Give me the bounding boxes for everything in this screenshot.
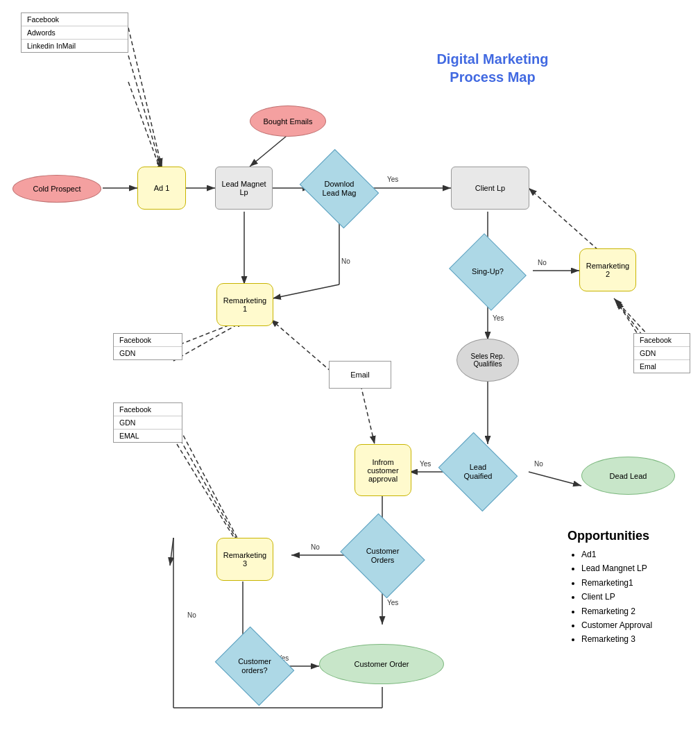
- yes-label1: Yes: [387, 176, 398, 183]
- page-title: Digital Marketing Process Map: [423, 50, 562, 86]
- list-item-linkedin: Linkedin InMail: [22, 40, 128, 52]
- svg-line-25: [128, 28, 162, 167]
- list-item-fb1: Facebook: [114, 334, 182, 347]
- no-label2: No: [538, 259, 547, 266]
- list-item-gdn2: GDN: [114, 416, 182, 430]
- no-label1: No: [341, 257, 350, 265]
- list-item-emal-r: Emal: [634, 360, 690, 373]
- remarketing3-box: Remarketing 3: [216, 538, 273, 581]
- yes-label4: Yes: [387, 599, 398, 606]
- list-item-emal2: EMAL: [114, 430, 182, 442]
- list-item-adwords: Adwords: [22, 26, 128, 40]
- infrom-customer-box: Infrom customer approval: [355, 444, 411, 496]
- lead-magnet-lp-box: Lead Magnet Lp: [215, 167, 273, 210]
- cold-prospect-oval: Cold Prospect: [12, 175, 101, 203]
- download-lead-mag-diamond: Downlod Lead Mag: [308, 164, 370, 214]
- opp-item-1: Ad1: [581, 548, 696, 561]
- facebook-gdn-emal-group2: Facebook GDN EMAL: [113, 402, 182, 443]
- svg-line-13: [529, 472, 581, 486]
- remarketing1-box: Remarketing 1: [216, 283, 273, 326]
- yes-label2: Yes: [493, 314, 504, 322]
- remarketing2-box: Remarketing 2: [579, 248, 636, 291]
- opp-item-4: Client LP: [581, 590, 696, 604]
- client-lp-box: Client Lp: [451, 167, 529, 210]
- no-label5: No: [187, 611, 196, 619]
- svg-line-22: [170, 538, 173, 566]
- svg-line-28: [361, 385, 375, 444]
- seles-rep-oval: Seles Rep. Qualifiles: [456, 339, 519, 382]
- email-box: Email: [329, 361, 391, 389]
- list-item-gdn-r: GDN: [634, 347, 690, 360]
- opp-item-3: Remarketing1: [581, 576, 696, 590]
- svg-line-32: [177, 423, 246, 555]
- svg-line-8: [250, 136, 287, 167]
- svg-line-26: [128, 56, 162, 170]
- top-ad-sources: Facebook Adwords Linkedin InMail: [21, 12, 128, 53]
- no-label3: No: [534, 460, 543, 468]
- customer-orders2-diamond: Customer orders?: [223, 641, 286, 691]
- svg-line-7: [273, 285, 339, 298]
- svg-line-31: [173, 321, 244, 361]
- facebook-gdn-emal-right: Facebook GDN Emal: [633, 333, 690, 373]
- opportunities-list: Ad1 Lead Mangnet LP Remarketing1 Client …: [567, 548, 696, 647]
- list-item-facebook-top: Facebook: [22, 13, 128, 26]
- customer-order-oval: Customer Order: [319, 644, 444, 684]
- customer-orders-diamond: Customer Orders: [350, 529, 416, 583]
- singup-diamond: Sing-Up?: [458, 247, 518, 297]
- yes-label3: Yes: [420, 460, 431, 468]
- facebook-gdn-group1: Facebook GDN: [113, 333, 182, 360]
- opp-item-2: Lead Mangnet LP: [581, 561, 696, 575]
- svg-line-38: [529, 188, 598, 250]
- no-label4: No: [311, 543, 320, 551]
- svg-line-27: [128, 82, 162, 173]
- dead-lead-oval: Dead Lead: [581, 457, 675, 495]
- bought-emails-oval: Bought Emails: [250, 105, 326, 137]
- lead-qualified-diamond: Lead Quaified: [447, 447, 509, 497]
- opportunities-section: Opportunities Ad1 Lead Mangnet LP Remark…: [567, 529, 696, 647]
- list-item-gdn1: GDN: [114, 347, 182, 359]
- opp-item-7: Remarketing 3: [581, 632, 696, 646]
- ad1-box: Ad 1: [137, 167, 186, 210]
- opp-item-6: Customer Approval: [581, 618, 696, 632]
- list-item-fb-r: Facebook: [634, 334, 690, 347]
- opp-item-5: Remarketing 2: [581, 604, 696, 618]
- list-item-fb2: Facebook: [114, 403, 182, 416]
- opportunities-title: Opportunities: [567, 529, 696, 543]
